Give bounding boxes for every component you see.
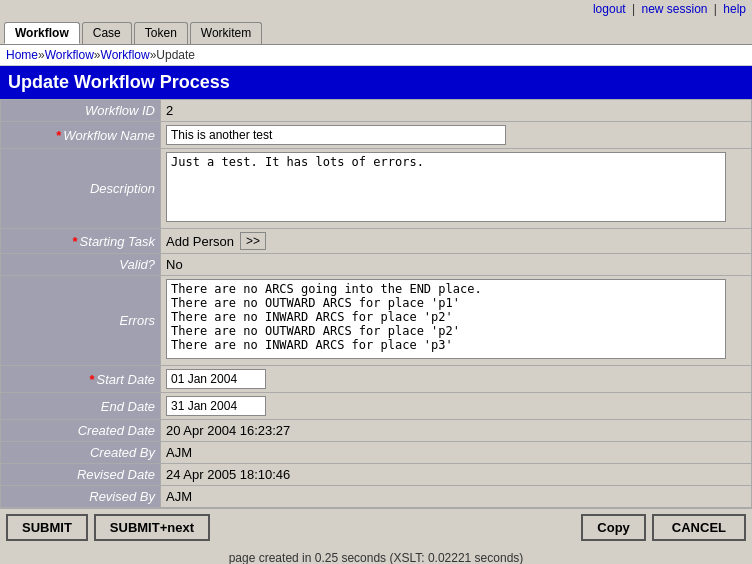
- description-textarea[interactable]: [166, 152, 726, 222]
- created-by-value: AJM: [166, 445, 192, 460]
- revised-date-cell: 24 Apr 2005 18:10:46: [161, 464, 752, 486]
- valid-label: Valid?: [1, 254, 161, 276]
- start-date-label: *Start Date: [1, 366, 161, 393]
- submit-next-button[interactable]: SUBMIT+next: [94, 514, 210, 541]
- breadcrumb-update: Update: [156, 48, 195, 62]
- required-star-date: *: [89, 372, 94, 387]
- workflow-name-cell: [161, 122, 752, 149]
- start-date-cell: [161, 366, 752, 393]
- breadcrumb-workflow1[interactable]: Workflow: [45, 48, 94, 62]
- end-date-input[interactable]: [166, 396, 266, 416]
- errors-cell: [161, 276, 752, 366]
- revised-by-value: AJM: [166, 489, 192, 504]
- workflow-name-label: *Workflow Name: [1, 122, 161, 149]
- breadcrumb-home[interactable]: Home: [6, 48, 38, 62]
- breadcrumb-sep2: »: [94, 48, 101, 62]
- description-cell: [161, 149, 752, 229]
- end-date-cell: [161, 393, 752, 420]
- valid-row: Valid? No: [1, 254, 752, 276]
- revised-by-label: Revised By: [1, 486, 161, 508]
- page-footer: page created in 0.25 seconds (XSLT: 0.02…: [0, 546, 752, 564]
- valid-cell: No: [161, 254, 752, 276]
- errors-label: Errors: [1, 276, 161, 366]
- revised-by-cell: AJM: [161, 486, 752, 508]
- revised-by-row: Revised By AJM: [1, 486, 752, 508]
- required-star-name: *: [56, 128, 61, 143]
- description-label: Description: [1, 149, 161, 229]
- required-star-task: *: [73, 234, 78, 249]
- workflow-name-row: *Workflow Name: [1, 122, 752, 149]
- main-content: Update Workflow Process Workflow ID 2 *W…: [0, 66, 752, 508]
- revised-date-row: Revised Date 24 Apr 2005 18:10:46: [1, 464, 752, 486]
- help-link[interactable]: help: [723, 2, 746, 16]
- end-date-row: End Date: [1, 393, 752, 420]
- description-row: Description: [1, 149, 752, 229]
- valid-value: No: [166, 257, 183, 272]
- breadcrumb: Home»Workflow»Workflow»Update: [0, 44, 752, 66]
- starting-task-container: Add Person >>: [166, 232, 746, 250]
- page-title: Update Workflow Process: [0, 66, 752, 99]
- new-session-link[interactable]: new session: [641, 2, 707, 16]
- workflow-id-label: Workflow ID: [1, 100, 161, 122]
- workflow-id-text: 2: [166, 103, 173, 118]
- errors-row: Errors: [1, 276, 752, 366]
- copy-button[interactable]: Copy: [581, 514, 646, 541]
- starting-task-row: *Starting Task Add Person >>: [1, 229, 752, 254]
- tab-token[interactable]: Token: [134, 22, 188, 44]
- top-bar: logout | new session | help: [0, 0, 752, 18]
- created-by-row: Created By AJM: [1, 442, 752, 464]
- breadcrumb-workflow2[interactable]: Workflow: [101, 48, 150, 62]
- start-date-input[interactable]: [166, 369, 266, 389]
- form-table: Workflow ID 2 *Workflow Name Description…: [0, 99, 752, 508]
- created-by-cell: AJM: [161, 442, 752, 464]
- starting-task-cell: Add Person >>: [161, 229, 752, 254]
- starting-task-arrow-btn[interactable]: >>: [240, 232, 266, 250]
- errors-textarea[interactable]: [166, 279, 726, 359]
- starting-task-value: Add Person: [166, 234, 234, 249]
- workflow-id-value: 2: [161, 100, 752, 122]
- revised-date-value: 24 Apr 2005 18:10:46: [166, 467, 290, 482]
- footer-bar: SUBMIT SUBMIT+next Copy CANCEL: [0, 508, 752, 546]
- submit-button[interactable]: SUBMIT: [6, 514, 88, 541]
- created-date-value: 20 Apr 2004 16:23:27: [166, 423, 290, 438]
- starting-task-label: *Starting Task: [1, 229, 161, 254]
- page-footer-text: page created in 0.25 seconds (XSLT: 0.02…: [229, 551, 524, 564]
- separator1: |: [632, 2, 635, 16]
- start-date-row: *Start Date: [1, 366, 752, 393]
- workflow-name-input[interactable]: [166, 125, 506, 145]
- tab-case[interactable]: Case: [82, 22, 132, 44]
- tab-workflow[interactable]: Workflow: [4, 22, 80, 44]
- revised-date-label: Revised Date: [1, 464, 161, 486]
- end-date-label: End Date: [1, 393, 161, 420]
- created-by-label: Created By: [1, 442, 161, 464]
- workflow-id-row: Workflow ID 2: [1, 100, 752, 122]
- separator2: |: [714, 2, 717, 16]
- tab-workitem[interactable]: Workitem: [190, 22, 262, 44]
- breadcrumb-sep1: »: [38, 48, 45, 62]
- created-date-cell: 20 Apr 2004 16:23:27: [161, 420, 752, 442]
- cancel-button[interactable]: CANCEL: [652, 514, 746, 541]
- logout-link[interactable]: logout: [593, 2, 626, 16]
- tabs-bar: Workflow Case Token Workitem: [0, 18, 752, 44]
- created-date-label: Created Date: [1, 420, 161, 442]
- created-date-row: Created Date 20 Apr 2004 16:23:27: [1, 420, 752, 442]
